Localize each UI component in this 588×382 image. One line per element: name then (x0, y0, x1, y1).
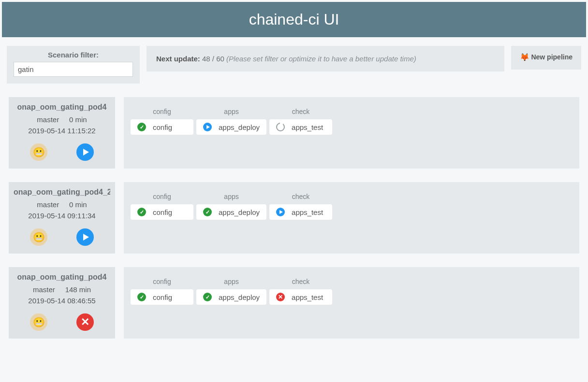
stage-label: apps_deploy (219, 123, 260, 131)
update-label: Next update: (156, 55, 200, 63)
stage-header: config (131, 108, 193, 115)
pipeline-duration: 0 min (69, 200, 87, 209)
pipeline-stages: config ✓ config apps apps_deploy check a… (124, 97, 579, 169)
pending-icon (276, 123, 285, 131)
stage-column: check ✕ apps_test (269, 278, 332, 305)
stage-label: apps_deploy (219, 293, 260, 301)
stage-pill[interactable]: ✓ config (131, 204, 193, 220)
pipeline-timestamp: 2019-05-14 09:11:34 (14, 212, 110, 220)
pipeline-name: onap_oom_gating_pod4 (14, 273, 110, 282)
stage-label: apps_deploy (219, 208, 260, 216)
stage-column: config ✓ config (131, 108, 193, 135)
avatar[interactable]: 😬 (30, 143, 47, 161)
stage-pill[interactable]: ✓ config (131, 119, 193, 135)
stage-label: apps_test (292, 208, 323, 216)
stage-pill[interactable]: ✓ apps_deploy (196, 289, 266, 305)
success-icon: ✓ (203, 208, 212, 216)
stage-header: config (131, 278, 193, 285)
topbar: Scenario filter: Next update: 48 / 60 (P… (0, 39, 588, 90)
stage-header: check (269, 108, 332, 115)
running-icon (203, 123, 212, 131)
stage-column: apps ✓ apps_deploy (196, 193, 266, 220)
pipeline-card: onap_oom_gating_pod4 master 148 min 2019… (2, 260, 586, 345)
pipeline-meta: master 0 min (14, 200, 110, 209)
pipeline-name: onap_oom_gating_pod4 (14, 103, 110, 112)
stage-header: check (269, 193, 332, 200)
pipeline-status-failed[interactable]: ✕ (76, 313, 94, 331)
stage-header: apps (196, 278, 266, 285)
pipeline-name: onap_oom_gating_pod4_2 (14, 188, 110, 197)
pipeline-branch: master (37, 115, 59, 124)
update-hint: (Please set filter or optimize it to hav… (226, 55, 416, 63)
stage-column: check apps_test (269, 193, 332, 220)
stage-pill[interactable]: ✓ config (131, 289, 193, 305)
pipeline-meta: master 148 min (14, 285, 110, 294)
update-status: Next update: 48 / 60 (Please set filter … (147, 46, 504, 71)
stage-pill[interactable]: ✕ apps_test (269, 289, 332, 305)
filter-panel: Scenario filter: (7, 46, 140, 84)
stage-pill[interactable]: apps_test (269, 204, 332, 220)
pipeline-duration: 148 min (65, 285, 91, 294)
success-icon: ✓ (137, 293, 146, 301)
new-pipeline-label: New pipeline (531, 53, 573, 61)
pipeline-summary: onap_oom_gating_pod4 master 0 min 2019-0… (9, 97, 115, 169)
success-icon: ✓ (203, 293, 212, 301)
pipeline-meta: master 0 min (14, 115, 110, 124)
pipeline-stages: config ✓ config apps ✓ apps_deploy check… (124, 182, 579, 254)
filter-label: Scenario filter: (14, 51, 133, 59)
fail-icon: ✕ (276, 293, 285, 301)
pipeline-stages: config ✓ config apps ✓ apps_deploy check… (124, 267, 579, 339)
success-icon: ✓ (137, 123, 146, 131)
pipeline-duration: 0 min (69, 115, 87, 124)
stage-label: config (153, 208, 172, 216)
pipeline-branch: master (37, 200, 59, 209)
stage-label: config (153, 123, 172, 131)
pipeline-branch: master (33, 285, 55, 294)
pipeline-card: onap_oom_gating_pod4_2 master 0 min 2019… (2, 175, 586, 260)
stage-header: apps (196, 193, 266, 200)
stage-column: check apps_test (269, 108, 332, 135)
stage-pill[interactable]: apps_test (269, 119, 332, 135)
avatar[interactable]: 😬 (30, 228, 47, 246)
pipeline-status-running[interactable] (76, 143, 94, 161)
pipeline-timestamp: 2019-05-14 08:46:55 (14, 297, 110, 305)
avatar[interactable]: 😬 (30, 313, 47, 331)
stage-pill[interactable]: ✓ apps_deploy (196, 204, 266, 220)
stage-column: config ✓ config (131, 278, 193, 305)
stage-label: apps_test (292, 123, 323, 131)
running-icon (276, 208, 285, 216)
pipeline-status-running[interactable] (76, 228, 94, 246)
pipeline-timestamp: 2019-05-14 11:15:22 (14, 127, 110, 135)
stage-column: config ✓ config (131, 193, 193, 220)
scenario-filter-input[interactable] (14, 62, 133, 77)
pipeline-summary: onap_oom_gating_pod4 master 148 min 2019… (9, 267, 115, 339)
stage-label: config (153, 293, 172, 301)
gitlab-icon: 🦊 (520, 53, 529, 61)
stage-column: apps ✓ apps_deploy (196, 278, 266, 305)
update-counter: 48 / 60 (202, 55, 224, 63)
success-icon: ✓ (137, 208, 146, 216)
stage-pill[interactable]: apps_deploy (196, 119, 266, 135)
pipeline-card: onap_oom_gating_pod4 master 0 min 2019-0… (2, 90, 586, 175)
pipeline-summary: onap_oom_gating_pod4_2 master 0 min 2019… (9, 182, 115, 254)
stage-header: apps (196, 108, 266, 115)
stage-header: check (269, 278, 332, 285)
stage-header: config (131, 193, 193, 200)
page-title: chained-ci UI (2, 2, 586, 37)
new-pipeline-button[interactable]: 🦊 New pipeline (511, 46, 581, 70)
stage-label: apps_test (292, 293, 323, 301)
stage-column: apps apps_deploy (196, 108, 266, 135)
